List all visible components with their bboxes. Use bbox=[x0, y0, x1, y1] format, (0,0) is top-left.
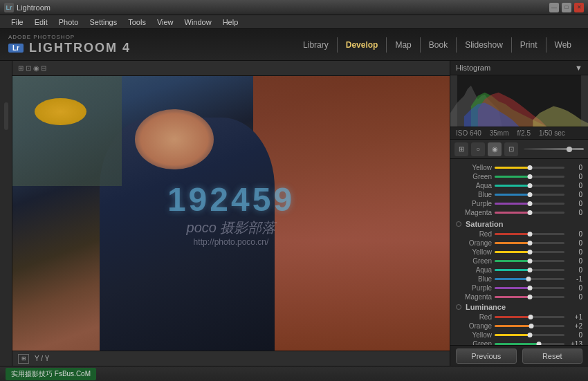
sat-purple-label: Purple bbox=[456, 284, 492, 292]
sat-green-value: 0 bbox=[567, 257, 582, 265]
svg-marker-4 bbox=[533, 106, 588, 127]
lum-green-track[interactable] bbox=[495, 343, 564, 345]
histogram-dropdown-icon[interactable]: ▼ bbox=[575, 64, 582, 72]
reset-button[interactable]: Reset bbox=[522, 349, 583, 364]
luminance-dot bbox=[456, 304, 461, 310]
fit-icon[interactable]: ⊞ bbox=[18, 354, 29, 364]
hue-green-track[interactable] bbox=[495, 176, 564, 178]
sat-aqua-value: 0 bbox=[567, 266, 582, 274]
sat-yellow-row: Yellow 0 bbox=[450, 248, 588, 257]
sat-purple-track[interactable] bbox=[495, 287, 564, 289]
lum-green-label: Green bbox=[456, 340, 492, 345]
sat-orange-value: 0 bbox=[567, 239, 582, 247]
sat-orange-label: Orange bbox=[456, 239, 492, 247]
lum-red-label: Red bbox=[456, 313, 492, 321]
hue-aqua-track[interactable] bbox=[495, 185, 564, 187]
sat-aqua-track[interactable] bbox=[495, 269, 564, 271]
luminance-sliders: Red +1 Orange +2 Yellow bbox=[450, 313, 588, 345]
tool-icons-bar: ⊞ ○ ◉ ⊡ bbox=[450, 140, 588, 159]
menu-photo[interactable]: Photo bbox=[53, 15, 84, 29]
menu-edit[interactable]: Edit bbox=[29, 15, 53, 29]
nav-web[interactable]: Web bbox=[546, 37, 580, 53]
luminance-toggle[interactable]: Luminance bbox=[450, 301, 588, 313]
image-area[interactable]: 192459 poco 摄影部落 http://photo.poco.cn/ bbox=[12, 76, 450, 351]
menu-file[interactable]: File bbox=[6, 15, 29, 29]
hue-yellow-row: Yellow 0 bbox=[450, 163, 588, 172]
tool-slider[interactable] bbox=[524, 148, 584, 150]
hue-blue-track[interactable] bbox=[495, 194, 564, 196]
lum-red-value: +1 bbox=[567, 313, 582, 321]
lum-yellow-label: Yellow bbox=[456, 331, 492, 339]
close-button[interactable]: ✕ bbox=[574, 3, 584, 12]
hue-blue-label: Blue bbox=[456, 191, 492, 198]
sat-aqua-label: Aqua bbox=[456, 266, 492, 274]
minimize-button[interactable]: — bbox=[549, 3, 559, 12]
saturation-sliders: Red 0 Orange 0 Yellow bbox=[450, 230, 588, 301]
nav-library[interactable]: Library bbox=[295, 37, 337, 53]
saturation-dot bbox=[456, 221, 461, 227]
hue-magenta-track[interactable] bbox=[495, 212, 564, 214]
lum-red-track[interactable] bbox=[495, 316, 564, 318]
histogram-title: Histogram bbox=[456, 64, 490, 72]
hue-yellow-value: 0 bbox=[567, 164, 582, 171]
exif-aperture: f/2.5 bbox=[517, 129, 531, 137]
previous-button[interactable]: Previous bbox=[456, 349, 517, 364]
rp-footer: Previous Reset bbox=[450, 345, 588, 366]
tool-slider-thumb bbox=[567, 147, 572, 152]
hue-yellow-label: Yellow bbox=[456, 164, 492, 171]
lum-orange-track[interactable] bbox=[495, 325, 564, 327]
sat-blue-label: Blue bbox=[456, 275, 492, 283]
image-toolbar: ⊞ ⊡ ◉ ⊟ bbox=[12, 61, 450, 76]
lr-badge: Lr bbox=[8, 44, 24, 53]
luminance-label: Luminance bbox=[466, 303, 506, 311]
lum-green-value: +13 bbox=[567, 340, 582, 345]
sat-blue-track[interactable] bbox=[495, 278, 564, 280]
hue-purple-row: Purple 0 bbox=[450, 199, 588, 208]
sat-orange-row: Orange 0 bbox=[450, 239, 588, 248]
menu-view[interactable]: View bbox=[151, 15, 179, 29]
sat-orange-track[interactable] bbox=[495, 242, 564, 244]
bottom-toolbar: ⊞ Y / Y bbox=[12, 351, 450, 366]
lum-green-row: Green +13 bbox=[450, 340, 588, 345]
hue-yellow-track[interactable] bbox=[495, 167, 564, 169]
target-tool-icon[interactable]: ◉ bbox=[488, 142, 502, 156]
lum-yellow-track[interactable] bbox=[495, 334, 564, 336]
menu-window[interactable]: Window bbox=[179, 15, 217, 29]
sliders-area[interactable]: Yellow 0 Green 0 Aqua bbox=[450, 159, 588, 345]
nav-map[interactable]: Map bbox=[386, 37, 419, 53]
photo-display: 192459 poco 摄影部落 http://photo.poco.cn/ bbox=[12, 76, 450, 351]
menubar: File Edit Photo Settings Tools View Wind… bbox=[0, 15, 588, 29]
lum-red-row: Red +1 bbox=[450, 313, 588, 322]
maximize-button[interactable]: □ bbox=[562, 3, 571, 12]
histogram-chart bbox=[450, 75, 588, 127]
nav-slideshow[interactable]: Slideshow bbox=[456, 37, 511, 53]
lum-orange-label: Orange bbox=[456, 322, 492, 330]
lr-title: LIGHTROOM 4 bbox=[29, 41, 131, 55]
sat-red-track[interactable] bbox=[495, 233, 564, 235]
lr-header: ADOBE PHOTOSHOP Lr LIGHTROOM 4 Library D… bbox=[0, 29, 588, 61]
hue-blue-row: Blue 0 bbox=[450, 190, 588, 199]
sat-magenta-row: Magenta 0 bbox=[450, 292, 588, 301]
saturation-toggle[interactable]: Saturation bbox=[450, 219, 588, 230]
sat-red-value: 0 bbox=[567, 230, 582, 238]
hue-magenta-value: 0 bbox=[567, 209, 582, 216]
hue-purple-track[interactable] bbox=[495, 203, 564, 205]
left-panel bbox=[0, 61, 12, 366]
menu-tools[interactable]: Tools bbox=[122, 15, 151, 29]
sat-magenta-track[interactable] bbox=[495, 296, 564, 298]
lr-logo: ADOBE PHOTOSHOP Lr LIGHTROOM 4 bbox=[8, 34, 131, 55]
crop-tool-icon[interactable]: ⊡ bbox=[504, 142, 518, 156]
exif-shutter: 1/50 sec bbox=[539, 129, 565, 137]
menu-help[interactable]: Help bbox=[217, 15, 244, 29]
grid-tool-icon[interactable]: ⊞ bbox=[454, 142, 468, 156]
nav-print[interactable]: Print bbox=[511, 37, 546, 53]
circle-tool-icon[interactable]: ○ bbox=[471, 142, 485, 156]
menu-settings[interactable]: Settings bbox=[84, 15, 122, 29]
histogram-area bbox=[450, 75, 588, 127]
nav-develop[interactable]: Develop bbox=[337, 37, 387, 53]
sat-yellow-track[interactable] bbox=[495, 251, 564, 253]
sat-green-track[interactable] bbox=[495, 260, 564, 262]
nav-book[interactable]: Book bbox=[420, 37, 456, 53]
sat-blue-value: -1 bbox=[567, 275, 582, 283]
hue-aqua-label: Aqua bbox=[456, 182, 492, 189]
